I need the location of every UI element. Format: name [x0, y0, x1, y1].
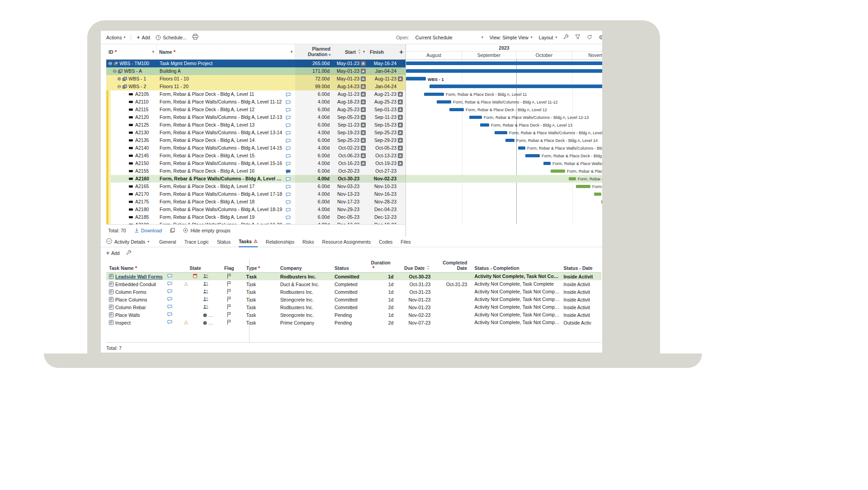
task-add-button[interactable]: +Add [106, 250, 120, 256]
task-row-place-walls[interactable]: Place Walls…TaskStrongcrete Inc.Pending1… [106, 311, 601, 319]
col-header-name[interactable]: Name ▾ [157, 44, 295, 59]
gantt-bar-A2175[interactable] [601, 200, 602, 203]
comment-icon[interactable] [167, 312, 172, 318]
filter-button[interactable] [575, 34, 580, 40]
grid-row-A2170[interactable]: A2170Form, Rebar & Place Walls/Columns -… [106, 190, 406, 198]
task-name[interactable]: Leadside Wall Forms [115, 274, 163, 279]
actions-menu-button[interactable]: Actions▾ [106, 35, 125, 40]
grid-row-WBS-2[interactable]: ⊖WBS - 2Floors 11 - 2099.00dAug-14-23AJa… [106, 83, 406, 90]
comment-icon[interactable] [286, 115, 291, 121]
grid-row-A2185[interactable]: A2185Form, Rebar & Place Deck - Bldg A, … [106, 213, 406, 221]
more-settings-button[interactable]: ⚙ [599, 34, 602, 41]
grid-row-WBS-1[interactable]: ⊕WBS - 1Floors 01 - 1072.00dMay-01-23AAu… [106, 75, 406, 83]
comment-icon[interactable] [286, 146, 291, 152]
comment-icon[interactable] [286, 207, 291, 213]
chevron-down-icon[interactable]: ▾ [363, 50, 365, 54]
col-header-type[interactable]: Type [244, 265, 278, 271]
comment-icon[interactable] [286, 130, 291, 137]
grid-row-A2115[interactable]: A2115Form, Rebar & Place Deck - Bldg A, … [106, 106, 406, 113]
collapse-icon[interactable]: ⊖ [113, 67, 117, 75]
grid-row-A2150[interactable]: A2150Form, Rebar & Place Walls/Columns -… [106, 160, 406, 167]
chevron-down-icon[interactable]: ▾ [152, 50, 154, 54]
task-name[interactable]: Inspect [115, 320, 131, 325]
col-header-duration[interactable]: Duration [371, 260, 398, 271]
tab-files[interactable]: Files [401, 236, 410, 247]
activity-details-selector[interactable]: Activity Details ▾ [106, 238, 149, 245]
gantt-bar-A2120[interactable] [469, 116, 482, 119]
grid-row-A2110[interactable]: A2110Form, Rebar & Place Walls/Columns -… [106, 98, 406, 106]
gantt-bar-A2115[interactable] [449, 108, 464, 111]
task-name[interactable]: Place Walls [115, 312, 140, 318]
gantt-bar-A2105[interactable] [424, 93, 444, 96]
grid-row-A2175[interactable]: A2175Form, Rebar & Place Deck - Bldg A, … [106, 198, 406, 206]
grid-row-A2145[interactable]: A2145Form, Rebar & Place Deck - Bldg A, … [106, 152, 406, 160]
task-name[interactable]: Column Rebar [115, 305, 146, 310]
add-button[interactable]: +Add [137, 34, 150, 41]
gantt-bar-A2135[interactable] [505, 139, 514, 142]
download-button[interactable]: Download [134, 228, 162, 234]
sort-icon[interactable] [426, 265, 430, 271]
comment-icon[interactable] [286, 184, 291, 190]
col-header-due-date[interactable]: Due Date [398, 265, 434, 271]
grid-row-WBS-A[interactable]: ⊖WBS - ABuilding A171.00dMay-01-23AJan-0… [106, 67, 406, 75]
col-header-planned-duration[interactable]: Planned Duration ▾ [295, 44, 333, 59]
flag-icon[interactable] [227, 320, 231, 326]
comment-icon[interactable] [167, 289, 172, 295]
sort-icon[interactable] [358, 49, 361, 55]
comment-icon[interactable] [286, 161, 291, 167]
comment-icon[interactable] [167, 305, 172, 310]
grid-row-A2190[interactable]: A2190Form, Rebar & Place Walls/Columns -… [106, 221, 406, 224]
grid-row-A2135[interactable]: A2135Form, Rebar & Place Deck - Bldg A, … [106, 137, 406, 144]
grid-row-A2165[interactable]: A2165Form, Rebar & Place Deck - Bldg A, … [106, 183, 406, 190]
flag-icon[interactable] [227, 289, 231, 295]
grid-row-A2155[interactable]: A2155Form, Rebar & Place Deck - Bldg A, … [106, 167, 406, 175]
col-header-finish[interactable]: Finish + [368, 44, 406, 59]
task-name[interactable]: Column Forms [115, 289, 146, 295]
gantt-bar-A2150[interactable] [543, 162, 551, 165]
task-row-column-forms[interactable]: Column FormsTaskRodbusters Inc.Committed… [106, 288, 601, 296]
flag-icon[interactable] [227, 281, 231, 287]
task-row-embedded-conduit[interactable]: Embedded Conduit⚠TaskDuct & Faucet Inc.C… [106, 280, 601, 288]
gantt-bar-WBS-A[interactable] [406, 69, 602, 73]
layout-menu-button[interactable]: Layout▾ [539, 35, 557, 40]
comment-icon[interactable] [286, 107, 291, 113]
gantt-bar-A2170[interactable] [594, 193, 601, 196]
grid-row-A2140[interactable]: A2140Form, Rebar & Place Walls/Columns -… [106, 144, 406, 152]
open-schedule-select[interactable]: Current Schedule▾ [415, 35, 483, 40]
collapse-icon[interactable]: ⊖ [117, 83, 121, 90]
comment-icon[interactable] [286, 176, 291, 183]
task-settings-button[interactable] [126, 250, 132, 256]
chevron-down-icon[interactable]: ▾ [329, 53, 330, 57]
col-header-start[interactable]: Start ▾ [333, 44, 368, 59]
grid-row-A2120[interactable]: A2120Form, Rebar & Place Walls/Columns -… [106, 113, 406, 121]
tab-risks[interactable]: Risks [302, 236, 314, 247]
print-button[interactable] [192, 34, 198, 41]
grid-row-A2130[interactable]: A2130Form, Rebar & Place Walls/Columns -… [106, 129, 406, 137]
col-header-status-completion[interactable]: Status - Completion [471, 265, 560, 271]
col-header-status[interactable]: Status [332, 265, 371, 271]
comment-icon[interactable] [167, 274, 172, 279]
tab-resource-assignments[interactable]: Resource Assignments [322, 236, 371, 247]
more-icon[interactable]: … [208, 320, 213, 325]
comment-icon[interactable] [286, 192, 291, 198]
task-name[interactable]: Embedded Conduit [115, 282, 156, 287]
col-header-flag[interactable]: Flag [215, 265, 243, 271]
task-row-inspect[interactable]: Inspect⚠…TaskPrime CompanyPending2dNov-0… [106, 319, 601, 326]
export-button[interactable] [170, 228, 175, 234]
collapse-icon[interactable]: ⊖ [108, 60, 112, 67]
flag-icon[interactable] [227, 304, 231, 311]
gantt-bar-WBS-1[interactable] [406, 77, 426, 80]
tab-status[interactable]: Status [217, 236, 231, 247]
comment-icon[interactable] [167, 297, 172, 302]
grid-row-A2160[interactable]: ⚙A2160Form, Rebar & Place Walls/Columns … [106, 175, 406, 183]
grid-row-WBS-TM100[interactable]: ⊖WBS - TM100Task Mgmt Demo Project265.00… [106, 60, 406, 67]
chevron-down-icon[interactable]: ▾ [291, 50, 292, 54]
gantt-bar-A2145[interactable] [525, 154, 540, 157]
comment-icon[interactable] [286, 199, 291, 206]
gantt-bar-A2110[interactable] [437, 100, 451, 104]
comment-icon[interactable] [167, 320, 172, 325]
flag-icon[interactable] [227, 297, 231, 303]
comment-icon[interactable] [286, 122, 291, 129]
flag-icon[interactable] [227, 312, 231, 318]
gantt-bar-WBS-2[interactable] [429, 85, 602, 88]
